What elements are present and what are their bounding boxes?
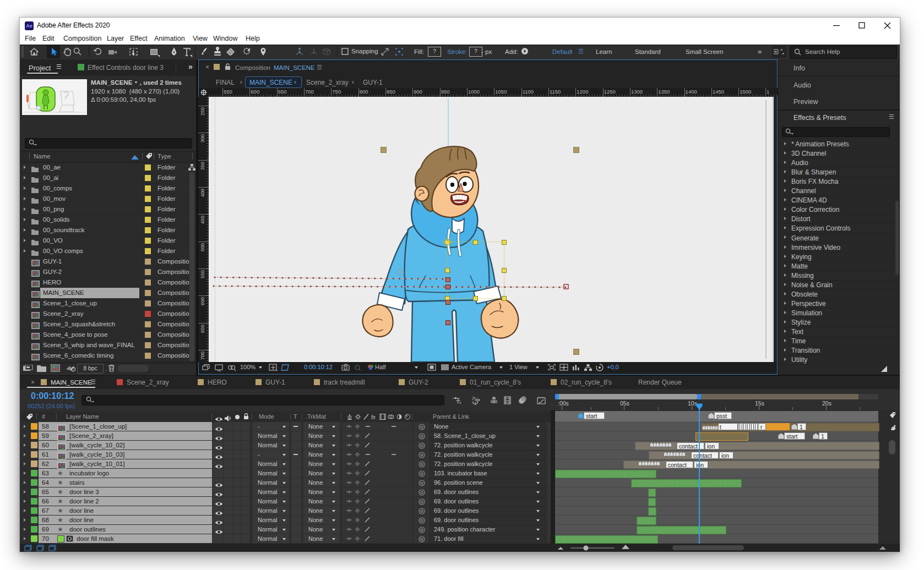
svg-text:fx: fx	[371, 414, 376, 420]
